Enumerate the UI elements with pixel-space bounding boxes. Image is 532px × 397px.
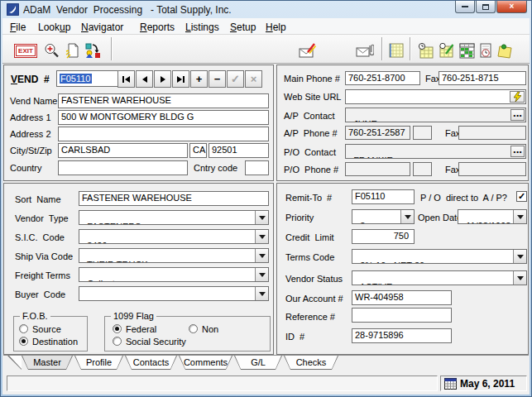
nav-last-button[interactable]: [172, 70, 189, 88]
credit-limit-field[interactable]: 750: [352, 229, 415, 244]
vend-number-field[interactable]: F05110: [56, 70, 121, 87]
sic-code-dropdown[interactable]: 3429: [79, 229, 269, 244]
vend-name-field[interactable]: FASTENER WAREHOUSE: [58, 93, 269, 108]
vendor-status-dropdown[interactable]: ACTIVE: [352, 270, 527, 285]
dropdown-arrow-icon[interactable]: [255, 230, 268, 243]
freight-terms-label: Freight Terms: [15, 270, 70, 280]
maximize-button[interactable]: [476, 1, 496, 13]
address1-field[interactable]: 500 W MONTGOMERY BLDG G: [58, 110, 269, 125]
toolbar: EXIT: [2, 35, 530, 64]
tab-master[interactable]: Master: [22, 356, 73, 370]
nav-delete-button[interactable]: −: [208, 70, 226, 88]
po-phone-field[interactable]: [345, 162, 410, 176]
fob-source-radio[interactable]: [19, 324, 28, 333]
dropdown-arrow-icon[interactable]: [513, 250, 526, 263]
freight-terms-dropdown[interactable]: Collect: [79, 267, 269, 282]
grid-edit-button[interactable]: [435, 41, 457, 60]
po-fax-field[interactable]: [458, 162, 526, 176]
menu-navigator[interactable]: Navigator: [81, 22, 123, 33]
minimize-button[interactable]: [455, 1, 475, 13]
po-contact-more-button[interactable]: ...: [510, 146, 525, 157]
flag1099-non-label[interactable]: Non: [202, 324, 218, 334]
spreadsheet-button[interactable]: [386, 41, 407, 60]
menu-bar: File Lookup Navigator Reports Listings S…: [2, 18, 530, 35]
remit-to-field[interactable]: F05110: [352, 189, 415, 204]
menu-setup[interactable]: Setup: [230, 22, 256, 33]
sticky-note-button[interactable]: [494, 41, 515, 60]
ap-contact-more-button[interactable]: ...: [510, 109, 525, 121]
open-date-dropdown[interactable]: 11/03/1998: [458, 209, 527, 224]
lightning-icon: [514, 92, 521, 102]
exit-button[interactable]: EXIT: [12, 41, 39, 60]
web-launch-button[interactable]: [510, 91, 525, 103]
nav-next-button[interactable]: [154, 70, 171, 88]
fob-source-label[interactable]: Source: [32, 324, 61, 334]
state-field[interactable]: CA: [189, 143, 207, 158]
dropdown-arrow-icon[interactable]: [513, 210, 526, 223]
country-code-field[interactable]: [245, 160, 269, 175]
flag1099-ss-radio[interactable]: [113, 337, 122, 346]
dropdown-arrow-icon[interactable]: [255, 211, 268, 224]
zip-field[interactable]: 92501: [208, 143, 269, 158]
fob-destination-label[interactable]: Destination: [32, 337, 78, 347]
tab-gl[interactable]: G/L: [234, 356, 282, 370]
sort-name-label: Sort Name: [15, 194, 61, 204]
flag1099-ss-label[interactable]: Social Security: [126, 337, 186, 347]
tab-comments[interactable]: Comments: [179, 356, 232, 370]
fob-destination-radio[interactable]: [19, 337, 28, 346]
zoom-button[interactable]: [41, 41, 62, 60]
po-direct-checkbox[interactable]: [516, 191, 527, 202]
address2-field[interactable]: [58, 127, 269, 141]
menu-lookup[interactable]: Lookup: [38, 22, 70, 33]
dropdown-arrow-icon[interactable]: [255, 287, 268, 300]
menu-file[interactable]: File: [10, 22, 26, 33]
flag1099-federal-radio[interactable]: [113, 324, 122, 333]
flag1099-non-radio[interactable]: [189, 324, 198, 333]
menu-listings[interactable]: Listings: [185, 22, 219, 33]
po-phone-ext-field[interactable]: [413, 162, 432, 176]
buyer-code-dropdown[interactable]: [79, 286, 269, 301]
ap-phone-ext-field[interactable]: [413, 126, 432, 140]
ap-fax-field[interactable]: [458, 126, 526, 140]
main-fax-field[interactable]: 760-251-8715: [439, 71, 526, 85]
dropdown-arrow-icon[interactable]: [513, 271, 526, 285]
grid-history-button[interactable]: [415, 41, 436, 60]
vendor-type-dropdown[interactable]: FASTENERS: [79, 210, 269, 225]
ap-phone-field[interactable]: 760-251-2587: [345, 126, 410, 140]
tab-checks[interactable]: Checks: [284, 356, 338, 370]
navigator-button[interactable]: [82, 41, 103, 60]
id-number-field[interactable]: 28-9715896: [352, 328, 452, 343]
close-button[interactable]: ×: [496, 1, 527, 13]
web-url-field[interactable]: [345, 89, 526, 104]
menu-help[interactable]: Help: [266, 22, 286, 33]
terms-code-dropdown[interactable]: 2% 10 - NET 30: [352, 249, 527, 264]
new-record-button[interactable]: [62, 41, 84, 60]
ship-via-dropdown[interactable]: THEIR TRUCK: [79, 248, 269, 263]
city-field[interactable]: CARLSBAD: [58, 143, 188, 158]
nav-post-button[interactable]: ✓: [227, 70, 244, 88]
sort-name-field[interactable]: FASTENER WAREHOUSE: [79, 191, 269, 206]
priority-dropdown[interactable]: 3: [352, 209, 415, 224]
dropdown-arrow-icon[interactable]: [255, 249, 268, 262]
calendar-icon: [444, 378, 457, 390]
ap-contact-field[interactable]: JUNE ...: [345, 108, 526, 122]
dropdown-arrow-icon[interactable]: [400, 210, 414, 223]
send-mail-button[interactable]: [297, 41, 319, 60]
nav-first-button[interactable]: [117, 70, 135, 88]
po-contact-field[interactable]: FRANKIE ...: [345, 144, 526, 159]
nav-insert-button[interactable]: +: [190, 70, 208, 88]
menu-reports[interactable]: Reports: [140, 22, 175, 33]
reference-field[interactable]: [352, 308, 452, 323]
priority-label: Priority: [285, 213, 314, 222]
nav-prev-button[interactable]: [136, 70, 153, 88]
mail-attachment-button[interactable]: [354, 41, 376, 60]
tab-profile[interactable]: Profile: [74, 356, 123, 370]
nav-cancel-button[interactable]: ×: [245, 70, 262, 88]
our-account-field[interactable]: WR-404958: [352, 290, 452, 305]
tab-contacts[interactable]: Contacts: [125, 356, 177, 370]
main-phone-field[interactable]: 760-251-8700: [345, 71, 420, 85]
country-field[interactable]: [58, 160, 188, 175]
dropdown-arrow-icon[interactable]: [255, 268, 268, 281]
flag1099-federal-label[interactable]: Federal: [126, 324, 156, 334]
id-number-label: ID #: [285, 332, 304, 342]
